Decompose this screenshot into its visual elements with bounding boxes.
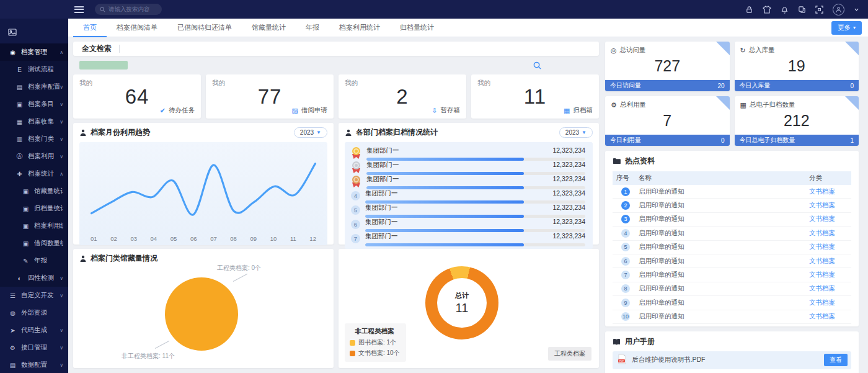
- rank-number-badge: 4: [351, 191, 360, 200]
- table-row[interactable]: 8启用印章的通知文书档案: [613, 282, 851, 296]
- tab-馆藏量统计[interactable]: 馆藏量统计: [242, 19, 296, 37]
- tab-首页[interactable]: 首页: [73, 19, 107, 37]
- sidebar-item-data-config[interactable]: ▤数据配置∨: [0, 356, 68, 373]
- year-select[interactable]: 2023▼: [559, 127, 593, 138]
- quality-check-icon: ◐: [15, 275, 24, 282]
- stat-value: 64: [79, 85, 195, 109]
- stat-value: 2: [345, 85, 460, 109]
- sidebar-item-test-flow[interactable]: E测试流程: [0, 61, 68, 78]
- x-tick-label: 01: [91, 235, 97, 242]
- my-stat-card: 我的2⇩暂存箱: [339, 74, 466, 119]
- sidebar-item-custom-dev[interactable]: ☰自定义开发∨: [0, 287, 68, 304]
- sidebar-item-repo-config[interactable]: ▤档案库配置∨: [0, 78, 68, 96]
- lock-icon[interactable]: [745, 6, 753, 14]
- rank-row: 集团部门一12,323,234: [351, 161, 585, 175]
- stats-icon: [79, 129, 87, 137]
- theme-icon[interactable]: [763, 6, 771, 14]
- resource-category-link[interactable]: 文书档案: [809, 243, 851, 251]
- sidebar-item-archive-collect[interactable]: ▦档案收集∨: [0, 113, 68, 130]
- footer-label: 今日入库量: [740, 81, 771, 90]
- table-row[interactable]: 3启用印章的通知文书档案: [613, 213, 851, 227]
- sidebar-item-external-res[interactable]: ◍外部资源: [0, 304, 68, 321]
- table-row[interactable]: 9启用印章的通知文书档案: [613, 296, 851, 310]
- sidebar-item-sub-stat[interactable]: ▣归档量统计: [0, 200, 68, 217]
- sidebar-item-annual-report[interactable]: ✎年报: [0, 252, 68, 269]
- sidebar-item-archive-stats[interactable]: ✚档案统计∧: [0, 165, 68, 182]
- sidebar-item-sub-stat[interactable]: ▣借阅数量统计: [0, 235, 68, 252]
- table-row[interactable]: 10启用印章的通知文书档案: [613, 310, 851, 324]
- global-stat-card: ↻总入库量19今日入库量0: [735, 42, 859, 91]
- dept-value: 12,323,234: [552, 232, 585, 241]
- tab-档案利用统计[interactable]: 档案利用统计: [329, 19, 390, 37]
- stat-value: 11: [477, 85, 593, 109]
- x-tick-label: 05: [170, 235, 177, 242]
- bell-icon[interactable]: [781, 6, 789, 14]
- chevron-down-icon: ∨: [60, 276, 63, 281]
- x-tick-label: 02: [110, 235, 117, 242]
- year-select[interactable]: 2023▼: [294, 127, 327, 138]
- sidebar: ◉档案管理∧E测试流程▤档案库配置∨▣档案条目∨▦档案收集∨▥档案门类∨Ⓐ档案利…: [0, 0, 68, 373]
- global-stat-value: 19: [735, 55, 859, 80]
- fulltext-search-input[interactable]: [127, 45, 590, 53]
- global-search-input[interactable]: 请输入搜索内容: [95, 4, 162, 15]
- tab-档案借阅清单[interactable]: 档案借阅清单: [107, 19, 167, 37]
- table-row[interactable]: 1启用印章的通知文书档案: [613, 185, 851, 199]
- sidebar-item-archive-manage[interactable]: ◉档案管理∧: [0, 43, 68, 61]
- table-row[interactable]: 6启用印章的通知文书档案: [613, 254, 851, 268]
- table-row[interactable]: 7启用印章的通知文书档案: [613, 268, 851, 282]
- tabbar: 首页档案借阅清单已借阅待归还清单馆藏量统计年报档案利用统计归档量统计 更多 ▾: [68, 19, 868, 37]
- resource-category-link[interactable]: 文书档案: [809, 257, 851, 266]
- hot-resources-card: 热点资料 序号 名称 分类 1启用印章的通知文书档案2启用印章的通知文书档案3启…: [605, 151, 859, 326]
- hot-resources-table: 序号 名称 分类 1启用印章的通知文书档案2启用印章的通知文书档案3启用印章的通…: [613, 171, 851, 324]
- engineering-category-tag[interactable]: 工程类档案: [548, 347, 591, 361]
- copy-icon[interactable]: [798, 6, 806, 14]
- avatar[interactable]: [833, 4, 844, 16]
- rank-row: 4集团部门一12,323,234: [351, 189, 585, 204]
- x-tick-label: 06: [190, 235, 197, 242]
- sidebar-item-api-manage[interactable]: ⚙接口管理∨: [0, 339, 68, 356]
- stat-footer: ⇩暂存箱: [432, 106, 460, 115]
- resource-category-link[interactable]: 文书档案: [809, 201, 851, 210]
- dept-name: 集团部门一: [366, 175, 399, 184]
- legend-item: 图书档案: 1个: [350, 338, 400, 347]
- sidebar-item-label: 数据配置: [21, 361, 47, 369]
- resource-category-link[interactable]: 文书档案: [809, 284, 851, 293]
- rank-index-badge: 1: [621, 187, 630, 196]
- sidebar-item-sub-stat[interactable]: ▣档案利用统计: [0, 217, 68, 235]
- sidebar-logo-icon[interactable]: [0, 24, 68, 43]
- search-submit-icon[interactable]: [533, 61, 541, 72]
- sidebar-item-archive-category[interactable]: ▥档案门类∨: [0, 130, 68, 148]
- borrow-icon: ▨: [292, 107, 298, 115]
- tab-归档量统计[interactable]: 归档量统计: [390, 19, 444, 37]
- dept-bar: [365, 243, 585, 246]
- resource-category-link[interactable]: 文书档案: [809, 312, 851, 321]
- resource-category-link[interactable]: 文书档案: [809, 187, 851, 196]
- api-manage-icon: ⚙: [8, 344, 17, 351]
- trend-chart-card: 档案月份利用趋势 2023▼ 010203040506070809101112: [73, 123, 334, 245]
- resource-category-link[interactable]: 文书档案: [809, 215, 851, 223]
- view-button[interactable]: 查看: [824, 354, 848, 366]
- sidebar-item-sub-stat[interactable]: ▣馆藏量统计: [0, 182, 68, 200]
- donut-center-value: 11: [456, 301, 469, 315]
- sidebar-item-archive-usage[interactable]: Ⓐ档案利用∨: [0, 148, 68, 165]
- sidebar-item-code-gen[interactable]: ➤代码生成∨: [0, 321, 68, 339]
- stat-value: 77: [212, 85, 327, 109]
- dept-value: 12,323,234: [552, 218, 585, 227]
- resource-category-link[interactable]: 文书档案: [809, 271, 851, 279]
- sidebar-item-label: 档案条目: [28, 100, 54, 109]
- rank-number-badge: 5: [351, 205, 360, 215]
- chevron-down-icon[interactable]: [854, 7, 859, 12]
- tab-年报[interactable]: 年报: [296, 19, 329, 37]
- resource-category-link[interactable]: 文书档案: [809, 299, 851, 307]
- hamburger-menu-icon[interactable]: [74, 6, 84, 13]
- fullscreen-icon[interactable]: [815, 6, 823, 14]
- filter-tag[interactable]: [79, 61, 128, 70]
- table-row[interactable]: 4启用印章的通知文书档案: [613, 227, 851, 240]
- more-button[interactable]: 更多 ▾: [831, 21, 862, 35]
- resource-category-link[interactable]: 文书档案: [809, 229, 851, 238]
- sidebar-item-quality-check[interactable]: ◐四性检测∨: [0, 269, 68, 287]
- tab-已借阅待归还清单[interactable]: 已借阅待归还清单: [167, 19, 242, 37]
- table-row[interactable]: 2启用印章的通知文书档案: [613, 199, 851, 212]
- sidebar-item-archive-entry[interactable]: ▣档案条目∨: [0, 96, 68, 113]
- table-row[interactable]: 5启用印章的通知文书档案: [613, 241, 851, 254]
